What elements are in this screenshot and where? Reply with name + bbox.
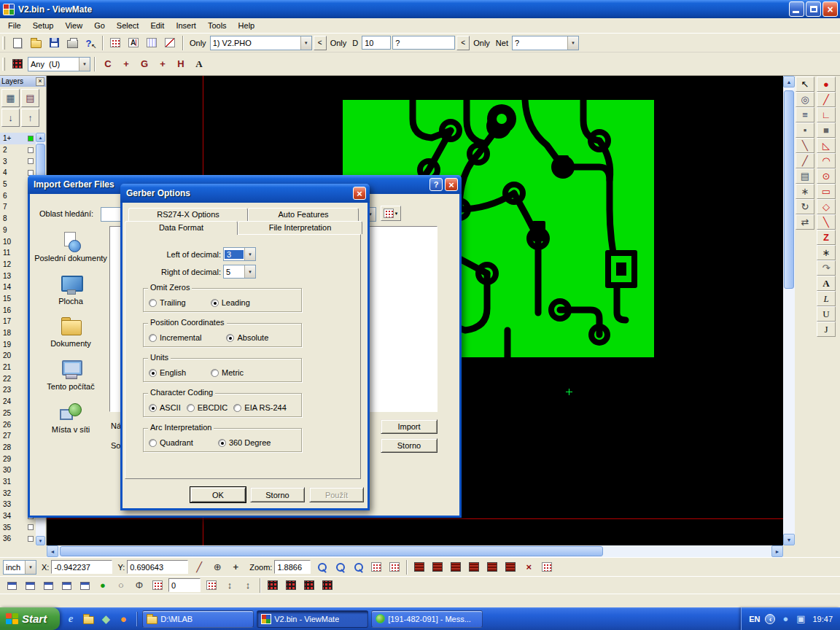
chevron-down-icon[interactable]: ▼: [79, 58, 90, 71]
aperture-pattern3-icon[interactable]: [300, 578, 318, 594]
place-plocha[interactable]: Plocha: [34, 273, 108, 306]
window-tile2-icon[interactable]: [21, 578, 39, 594]
origin-target-icon[interactable]: ⊕: [209, 559, 226, 575]
pad-display3-icon[interactable]: [447, 559, 464, 575]
radio-leading[interactable]: Leading: [211, 298, 250, 307]
grid-pattern-icon[interactable]: [203, 578, 220, 594]
layer-row[interactable]: 35: [0, 521, 36, 533]
layer-row[interactable]: 36: [0, 533, 36, 545]
menu-go[interactable]: Go: [88, 20, 111, 31]
layer-row[interactable]: 3: [0, 155, 36, 167]
toolbar-grip[interactable]: [2, 58, 5, 71]
layer-swatch[interactable]: [28, 147, 34, 153]
toolbar-grip[interactable]: [2, 36, 5, 50]
vertical-scrollbar[interactable]: ▲ ▼: [783, 76, 795, 545]
new-file-icon[interactable]: [9, 35, 26, 51]
pad-display5-icon[interactable]: [483, 559, 501, 575]
zoom-in-icon[interactable]: [313, 559, 330, 575]
menu-tools[interactable]: Tools: [202, 20, 233, 31]
diag-line-icon[interactable]: ╲: [796, 138, 814, 153]
apply-button[interactable]: Použít: [309, 487, 364, 502]
pad-display4-icon[interactable]: [465, 559, 483, 575]
chevron-down-icon[interactable]: ▼: [244, 248, 255, 260]
zoom-window-icon[interactable]: [349, 559, 367, 575]
flash-pad-icon[interactable]: ▪: [796, 122, 814, 138]
window-tile4-icon[interactable]: [58, 578, 75, 594]
grid-icon[interactable]: [149, 578, 166, 594]
tab-rs274-x-options[interactable]: RS274-X Options: [128, 208, 248, 221]
radio-english[interactable]: English: [149, 368, 186, 377]
layer-row[interactable]: 2: [0, 144, 36, 156]
minimize-button[interactable]: [789, 1, 804, 17]
aperture-pattern4-icon[interactable]: [319, 578, 336, 594]
aperture-pattern1-icon[interactable]: [264, 578, 281, 594]
circle-tool-icon[interactable]: ⊙: [817, 168, 836, 184]
show-desktop-icon[interactable]: ◆: [98, 611, 114, 627]
task-d-mlab[interactable]: D:\MLAB: [142, 610, 254, 628]
mirror-icon[interactable]: ⇄: [796, 214, 814, 230]
radio-button-icon[interactable]: [187, 404, 195, 412]
dcode-columns-icon[interactable]: [143, 35, 160, 51]
selection-scope-combo[interactable]: Any (U) ▼: [28, 57, 90, 71]
context-help-icon[interactable]: [82, 35, 99, 51]
prev-layer-button[interactable]: <: [314, 36, 327, 50]
aperture-pattern2-icon[interactable]: [282, 578, 300, 594]
gerber-dialog-titlebar[interactable]: Gerber Options ×: [120, 184, 370, 203]
task-v2-bin-viewmate[interactable]: V2.bin - ViewMate: [257, 610, 368, 628]
radio-button-icon[interactable]: [211, 299, 219, 307]
d-query-input[interactable]: ?: [392, 36, 455, 50]
tab-data-format[interactable]: Data Format: [125, 221, 238, 235]
tab-file-interpretation[interactable]: File Interpretation: [238, 221, 362, 234]
left-decimal-combo[interactable]: 3 ▼: [223, 247, 256, 261]
layer-stack-icon[interactable]: ≡: [796, 107, 814, 122]
ok-button[interactable]: OK: [190, 487, 246, 502]
text-tool-icon[interactable]: A: [817, 276, 836, 291]
add-marker-icon[interactable]: +: [227, 559, 244, 575]
menu-view[interactable]: View: [59, 20, 88, 31]
radio-eia-rs-244[interactable]: EIA RS-244: [233, 403, 286, 412]
curve-tool-icon[interactable]: ↷: [817, 260, 836, 276]
layers-panel-header[interactable]: Layers ×: [0, 76, 46, 87]
menu-setup[interactable]: Setup: [27, 20, 60, 31]
radio-button-icon[interactable]: [149, 439, 157, 447]
radio-quadrant[interactable]: Quadrant: [149, 438, 193, 447]
place-posledn-dokumenty[interactable]: Poslední dokumenty: [34, 230, 108, 263]
radio-button-icon[interactable]: [149, 404, 157, 412]
horizontal-scroll-thumb[interactable]: [60, 546, 603, 556]
open-file-icon[interactable]: [27, 35, 44, 51]
keyboard-tray-icon[interactable]: ▣: [794, 612, 807, 626]
select-cursor-icon[interactable]: ↖: [796, 77, 814, 92]
crosshair-select2-icon[interactable]: +: [154, 56, 171, 72]
task-191-482-091-mess[interactable]: [191-482-091] - Mess...: [371, 610, 483, 628]
scroll-up-icon[interactable]: ▲: [36, 133, 45, 142]
place-m-sta-v-s-ti[interactable]: Místa v síti: [34, 402, 108, 435]
measure-line-icon[interactable]: ╱: [190, 559, 208, 575]
browser-icon[interactable]: ●: [115, 611, 131, 627]
radio-360-degree[interactable]: 360 Degree: [218, 438, 271, 447]
triangle-tool-icon[interactable]: ◺: [817, 138, 836, 153]
letter-g-tool-icon[interactable]: G: [136, 56, 153, 72]
scroll-right-icon[interactable]: ►: [771, 545, 783, 557]
radio-ascii[interactable]: ASCII: [149, 403, 181, 412]
grid-toggle-icon[interactable]: [368, 559, 385, 575]
save-icon[interactable]: [45, 35, 63, 51]
network-tray-icon[interactable]: ●: [779, 612, 792, 626]
vertical-scroll-track[interactable]: [783, 88, 795, 534]
scroll-up-icon[interactable]: ▲: [783, 76, 795, 88]
tab-auto-features[interactable]: Auto Features: [248, 208, 359, 221]
print-icon[interactable]: [63, 35, 81, 51]
crosshair-select-icon[interactable]: +: [117, 56, 135, 72]
circle-indicator-icon[interactable]: ○: [112, 578, 130, 594]
views-button[interactable]: ▼: [381, 206, 401, 221]
start-button[interactable]: Start: [0, 607, 60, 630]
letter-a-tool-icon[interactable]: A: [190, 56, 208, 72]
zoom-tool-icon[interactable]: ◎: [796, 92, 814, 107]
snap-vertical-icon[interactable]: ↕: [221, 578, 238, 594]
layer-combo[interactable]: 1) V2.PHO ▼: [210, 36, 312, 50]
window-tile5-icon[interactable]: [76, 578, 93, 594]
layer-move-down-icon[interactable]: ↓: [1, 109, 20, 127]
menu-edit[interactable]: Edit: [144, 20, 170, 31]
menu-select[interactable]: Select: [111, 20, 145, 31]
rectangle-tool-icon[interactable]: ▭: [817, 184, 836, 199]
menu-file[interactable]: File: [2, 20, 27, 31]
